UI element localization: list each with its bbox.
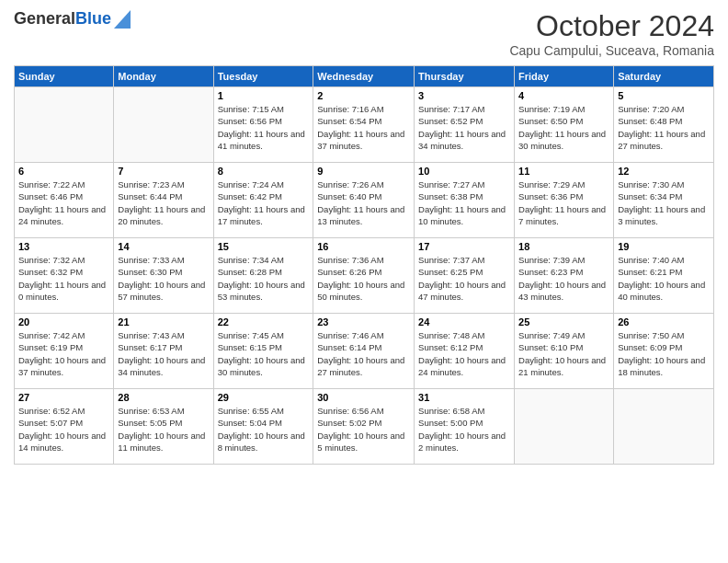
day-number: 21 xyxy=(118,316,209,327)
day-detail: Sunrise: 7:30 AM Sunset: 6:34 PM Dayligh… xyxy=(618,178,710,227)
location-subtitle: Capu Campului, Suceava, Romania xyxy=(509,43,714,58)
day-number: 1 xyxy=(218,90,310,101)
day-detail: Sunrise: 7:43 AM Sunset: 6:17 PM Dayligh… xyxy=(118,329,209,378)
calendar-header-row: SundayMondayTuesdayWednesdayThursdayFrid… xyxy=(15,66,714,87)
calendar-cell: 7Sunrise: 7:23 AM Sunset: 6:44 PM Daylig… xyxy=(114,163,213,238)
calendar-cell xyxy=(114,87,213,163)
day-detail: Sunrise: 7:40 AM Sunset: 6:21 PM Dayligh… xyxy=(618,254,710,303)
day-number: 29 xyxy=(218,392,310,403)
day-detail: Sunrise: 7:19 AM Sunset: 6:50 PM Dayligh… xyxy=(518,103,609,152)
day-detail: Sunrise: 7:20 AM Sunset: 6:48 PM Dayligh… xyxy=(618,103,710,152)
day-detail: Sunrise: 7:50 AM Sunset: 6:09 PM Dayligh… xyxy=(618,329,710,378)
day-number: 20 xyxy=(18,316,109,327)
calendar-cell: 21Sunrise: 7:43 AM Sunset: 6:17 PM Dayli… xyxy=(114,314,213,389)
calendar-cell xyxy=(15,87,114,163)
day-number: 13 xyxy=(18,241,109,252)
day-number: 31 xyxy=(418,392,510,403)
day-detail: Sunrise: 6:56 AM Sunset: 5:02 PM Dayligh… xyxy=(317,405,410,454)
day-detail: Sunrise: 7:42 AM Sunset: 6:19 PM Dayligh… xyxy=(18,329,109,378)
calendar-cell: 31Sunrise: 6:58 AM Sunset: 5:00 PM Dayli… xyxy=(415,389,515,465)
calendar-cell: 24Sunrise: 7:48 AM Sunset: 6:12 PM Dayli… xyxy=(415,314,515,389)
day-detail: Sunrise: 6:55 AM Sunset: 5:04 PM Dayligh… xyxy=(218,405,310,454)
day-detail: Sunrise: 7:32 AM Sunset: 6:32 PM Dayligh… xyxy=(18,254,109,303)
calendar-cell: 16Sunrise: 7:36 AM Sunset: 6:26 PM Dayli… xyxy=(313,238,415,314)
calendar-week-row: 27Sunrise: 6:52 AM Sunset: 5:07 PM Dayli… xyxy=(15,389,714,465)
day-number: 19 xyxy=(618,241,710,252)
day-number: 28 xyxy=(118,392,209,403)
day-of-week-header: Saturday xyxy=(614,66,714,87)
day-number: 26 xyxy=(618,316,710,327)
calendar-cell: 18Sunrise: 7:39 AM Sunset: 6:23 PM Dayli… xyxy=(515,238,614,314)
calendar-page: GeneralBlue October 2024 Capu Campului, … xyxy=(0,0,728,563)
day-detail: Sunrise: 7:46 AM Sunset: 6:14 PM Dayligh… xyxy=(317,329,410,378)
day-detail: Sunrise: 6:53 AM Sunset: 5:05 PM Dayligh… xyxy=(118,405,209,454)
calendar-cell: 8Sunrise: 7:24 AM Sunset: 6:42 PM Daylig… xyxy=(213,163,313,238)
calendar-cell: 23Sunrise: 7:46 AM Sunset: 6:14 PM Dayli… xyxy=(313,314,415,389)
day-of-week-header: Thursday xyxy=(415,66,515,87)
day-detail: Sunrise: 7:24 AM Sunset: 6:42 PM Dayligh… xyxy=(218,178,310,227)
day-of-week-header: Wednesday xyxy=(313,66,415,87)
logo-icon xyxy=(114,10,131,29)
calendar-cell: 9Sunrise: 7:26 AM Sunset: 6:40 PM Daylig… xyxy=(313,163,415,238)
calendar-week-row: 13Sunrise: 7:32 AM Sunset: 6:32 PM Dayli… xyxy=(15,238,714,314)
calendar-cell: 26Sunrise: 7:50 AM Sunset: 6:09 PM Dayli… xyxy=(614,314,714,389)
day-detail: Sunrise: 7:23 AM Sunset: 6:44 PM Dayligh… xyxy=(118,178,209,227)
calendar-cell: 10Sunrise: 7:27 AM Sunset: 6:38 PM Dayli… xyxy=(415,163,515,238)
day-detail: Sunrise: 7:26 AM Sunset: 6:40 PM Dayligh… xyxy=(317,178,410,227)
logo-general: GeneralBlue xyxy=(14,9,111,29)
day-detail: Sunrise: 6:52 AM Sunset: 5:07 PM Dayligh… xyxy=(18,405,109,454)
day-detail: Sunrise: 7:33 AM Sunset: 6:30 PM Dayligh… xyxy=(118,254,209,303)
day-number: 10 xyxy=(418,166,510,177)
day-number: 8 xyxy=(218,166,310,177)
calendar-cell: 1Sunrise: 7:15 AM Sunset: 6:56 PM Daylig… xyxy=(213,87,313,163)
calendar-cell: 22Sunrise: 7:45 AM Sunset: 6:15 PM Dayli… xyxy=(213,314,313,389)
calendar-cell: 19Sunrise: 7:40 AM Sunset: 6:21 PM Dayli… xyxy=(614,238,714,314)
day-number: 22 xyxy=(218,316,310,327)
day-number: 25 xyxy=(518,316,609,327)
day-detail: Sunrise: 7:17 AM Sunset: 6:52 PM Dayligh… xyxy=(418,103,510,152)
day-detail: Sunrise: 7:34 AM Sunset: 6:28 PM Dayligh… xyxy=(218,254,310,303)
day-detail: Sunrise: 7:48 AM Sunset: 6:12 PM Dayligh… xyxy=(418,329,510,378)
day-number: 14 xyxy=(118,241,209,252)
calendar-cell: 29Sunrise: 6:55 AM Sunset: 5:04 PM Dayli… xyxy=(213,389,313,465)
day-number: 17 xyxy=(418,241,510,252)
day-of-week-header: Monday xyxy=(114,66,213,87)
calendar-cell: 14Sunrise: 7:33 AM Sunset: 6:30 PM Dayli… xyxy=(114,238,213,314)
day-detail: Sunrise: 7:49 AM Sunset: 6:10 PM Dayligh… xyxy=(518,329,609,378)
month-title: October 2024 xyxy=(509,9,714,43)
day-number: 15 xyxy=(218,241,310,252)
calendar-week-row: 6Sunrise: 7:22 AM Sunset: 6:46 PM Daylig… xyxy=(15,163,714,238)
logo: GeneralBlue xyxy=(14,9,131,29)
calendar-cell: 3Sunrise: 7:17 AM Sunset: 6:52 PM Daylig… xyxy=(415,87,515,163)
calendar-cell: 17Sunrise: 7:37 AM Sunset: 6:25 PM Dayli… xyxy=(415,238,515,314)
day-detail: Sunrise: 7:27 AM Sunset: 6:38 PM Dayligh… xyxy=(418,178,510,227)
day-number: 2 xyxy=(317,90,410,101)
calendar-cell: 28Sunrise: 6:53 AM Sunset: 5:05 PM Dayli… xyxy=(114,389,213,465)
day-detail: Sunrise: 7:15 AM Sunset: 6:56 PM Dayligh… xyxy=(218,103,310,152)
day-detail: Sunrise: 7:16 AM Sunset: 6:54 PM Dayligh… xyxy=(317,103,410,152)
logo-text-block: GeneralBlue xyxy=(14,9,131,29)
day-number: 12 xyxy=(618,166,710,177)
calendar-cell: 25Sunrise: 7:49 AM Sunset: 6:10 PM Dayli… xyxy=(515,314,614,389)
calendar-cell: 15Sunrise: 7:34 AM Sunset: 6:28 PM Dayli… xyxy=(213,238,313,314)
day-number: 5 xyxy=(618,90,710,101)
day-detail: Sunrise: 7:39 AM Sunset: 6:23 PM Dayligh… xyxy=(518,254,609,303)
calendar-cell: 27Sunrise: 6:52 AM Sunset: 5:07 PM Dayli… xyxy=(15,389,114,465)
day-detail: Sunrise: 7:22 AM Sunset: 6:46 PM Dayligh… xyxy=(18,178,109,227)
calendar-cell xyxy=(515,389,614,465)
day-number: 24 xyxy=(418,316,510,327)
calendar-week-row: 20Sunrise: 7:42 AM Sunset: 6:19 PM Dayli… xyxy=(15,314,714,389)
calendar-cell: 2Sunrise: 7:16 AM Sunset: 6:54 PM Daylig… xyxy=(313,87,415,163)
day-number: 16 xyxy=(317,241,410,252)
day-number: 27 xyxy=(18,392,109,403)
day-number: 9 xyxy=(317,166,410,177)
page-header: GeneralBlue October 2024 Capu Campului, … xyxy=(14,9,714,58)
calendar-cell xyxy=(614,389,714,465)
day-of-week-header: Friday xyxy=(515,66,614,87)
calendar-cell: 12Sunrise: 7:30 AM Sunset: 6:34 PM Dayli… xyxy=(614,163,714,238)
day-number: 4 xyxy=(518,90,609,101)
calendar-cell: 11Sunrise: 7:29 AM Sunset: 6:36 PM Dayli… xyxy=(515,163,614,238)
day-of-week-header: Tuesday xyxy=(213,66,313,87)
svg-marker-0 xyxy=(114,10,131,29)
day-detail: Sunrise: 7:45 AM Sunset: 6:15 PM Dayligh… xyxy=(218,329,310,378)
